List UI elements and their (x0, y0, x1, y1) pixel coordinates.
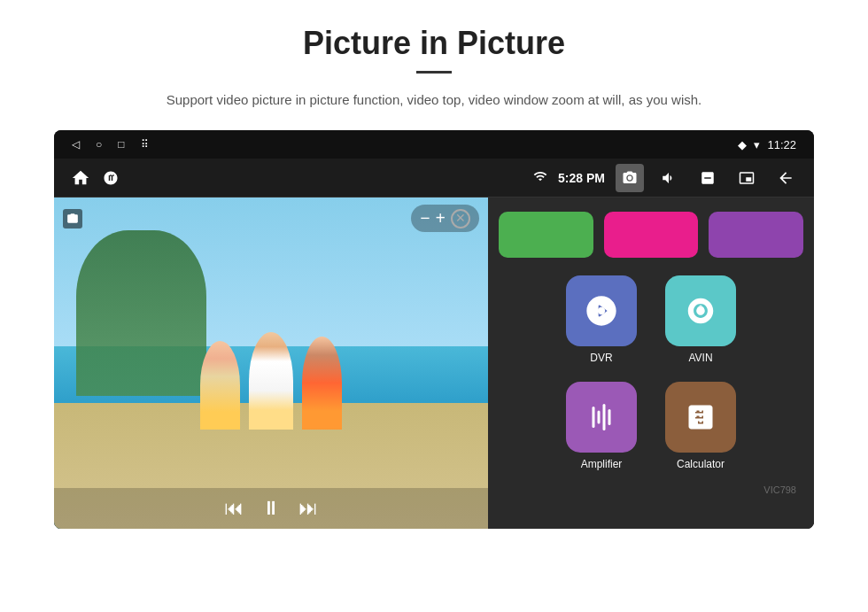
pip-window-button[interactable] (732, 164, 761, 192)
title-divider (416, 71, 452, 74)
main-content: − + ✕ ⏮ ⏸ ⏭ (54, 198, 814, 529)
pip-next-button[interactable]: ⏭ (298, 497, 318, 520)
pip-close-button[interactable]: ✕ (451, 209, 470, 229)
app-siriusxm-card[interactable] (604, 212, 699, 258)
pip-play-button[interactable]: ⏸ (261, 497, 281, 520)
page-container: Picture in Picture Support video picture… (0, 0, 868, 529)
pip-bottom-bar: ⏮ ⏸ ⏭ (54, 488, 488, 529)
watermark: VIC798 (763, 484, 796, 495)
avin-label: AVIN (688, 352, 712, 364)
pip-prev-button[interactable]: ⏮ (224, 497, 244, 520)
svg-rect-13 (694, 420, 697, 425)
app-item-calculator[interactable]: Calculator (656, 382, 745, 470)
pip-top-bar: − + ✕ (54, 198, 488, 239)
amplifier-icon (566, 382, 637, 453)
wifi-status-icon (533, 169, 547, 186)
svg-rect-9 (705, 409, 708, 412)
svg-rect-7 (694, 409, 697, 412)
svg-rect-4 (598, 411, 601, 424)
avin-icon (665, 275, 736, 346)
app-item-dvr[interactable]: DVR (557, 275, 646, 364)
usb-icon (98, 166, 123, 190)
home-button[interactable] (68, 166, 93, 190)
device-frame: ◁ ○ □ ⠿ ◆ ▾ 11:22 (54, 130, 814, 529)
back-nav-icon[interactable]: ◁ (72, 138, 80, 151)
page-title: Picture in Picture (303, 25, 565, 62)
video-area[interactable]: − + ✕ ⏮ ⏸ ⏭ (54, 198, 488, 529)
nav-bar: 5:28 PM (54, 159, 814, 198)
svg-rect-14 (700, 420, 702, 422)
app-wheelkey-card[interactable] (709, 212, 803, 258)
app-item-avin[interactable]: AVIN (656, 275, 745, 364)
svg-rect-5 (603, 404, 606, 430)
status-bar: ◁ ○ □ ⠿ ◆ ▾ 11:22 (54, 130, 814, 159)
app-item-amplifier[interactable]: Amplifier (557, 382, 646, 470)
recents-nav-icon[interactable]: □ (118, 138, 124, 151)
nav-time: 5:28 PM (558, 171, 605, 185)
back-button[interactable] (771, 164, 800, 192)
pip-shrink-button[interactable]: − (420, 208, 430, 229)
app-row-top (499, 212, 803, 258)
svg-rect-10 (694, 414, 697, 417)
location-icon: ◆ (738, 138, 747, 151)
system-time: 11:22 (767, 138, 796, 151)
dvr-icon (566, 275, 637, 346)
svg-rect-12 (705, 414, 708, 417)
amplifier-label: Amplifier (581, 458, 623, 470)
status-bar-right: ◆ ▾ 11:22 (738, 138, 796, 151)
pip-expand-button[interactable]: + (436, 208, 446, 229)
home-nav-icon[interactable]: ○ (96, 138, 102, 151)
svg-point-2 (598, 307, 605, 314)
pip-overlay: − + ✕ ⏮ ⏸ ⏭ (54, 198, 488, 529)
signal-icon: ▾ (754, 138, 760, 151)
svg-rect-15 (705, 420, 708, 422)
close-button[interactable] (694, 164, 722, 192)
status-bar-left: ◁ ○ □ ⠿ (72, 138, 149, 151)
app-grid: DVR AVIN (488, 198, 814, 529)
app-row-2: Amplifier (499, 382, 803, 470)
svg-rect-8 (700, 409, 702, 412)
page-subtitle: Support video picture in picture functio… (167, 89, 701, 111)
app-netflix-card[interactable] (499, 212, 593, 258)
calculator-label: Calculator (677, 458, 725, 470)
svg-rect-6 (608, 409, 611, 425)
menu-icon[interactable]: ⠿ (141, 138, 149, 151)
volume-button[interactable] (655, 164, 683, 192)
nav-bar-left (68, 166, 123, 190)
svg-rect-3 (593, 407, 595, 428)
svg-rect-11 (700, 414, 702, 417)
camera-button[interactable] (616, 164, 644, 192)
pip-camera-icon (63, 209, 82, 229)
nav-bar-right: 5:28 PM (533, 164, 800, 192)
dvr-label: DVR (590, 352, 612, 364)
calculator-icon (665, 382, 736, 453)
pip-controls-bar: − + ✕ (411, 205, 479, 232)
app-row-1: DVR AVIN (499, 275, 803, 364)
